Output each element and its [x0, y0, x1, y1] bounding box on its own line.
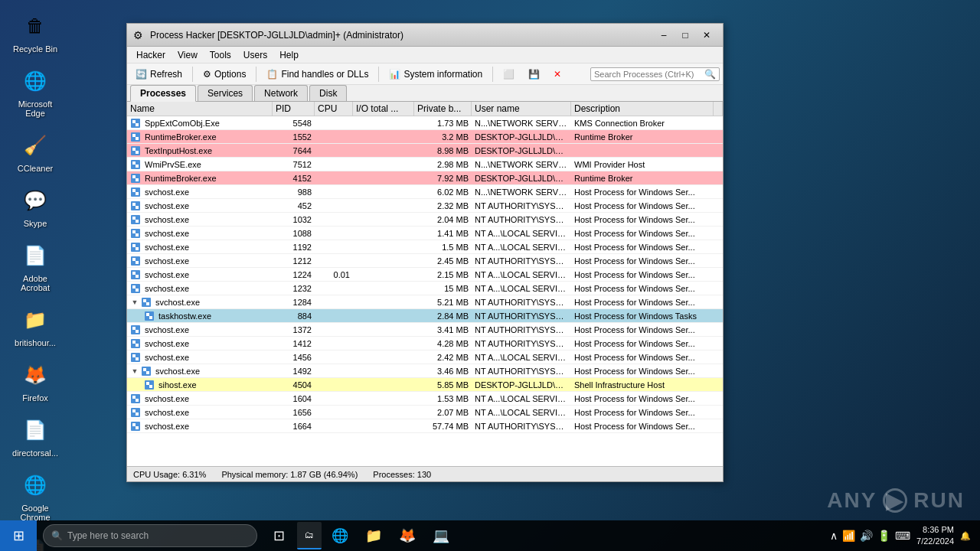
- process-cpu: [315, 191, 353, 193]
- table-row[interactable]: svchost.exe12240.012.15 MBNT A...\LOCAL …: [127, 268, 723, 282]
- list-body[interactable]: SppExtComObj.Exe55481.73 MBN...\NETWORK …: [127, 116, 723, 466]
- col-header-user[interactable]: User name: [472, 102, 571, 116]
- process-private: 2.45 MB: [414, 256, 472, 266]
- table-row[interactable]: RuntimeBroker.exe15523.2 MBDESKTOP-JGLLJ…: [127, 130, 723, 144]
- process-desc: Host Process for Windows Tasks: [571, 311, 723, 321]
- close-button[interactable]: ✕: [697, 27, 717, 44]
- process-user: NT AUTHORITY\SYSTEM: [472, 201, 571, 211]
- taskbar-app-ph[interactable]: 🗂: [297, 522, 322, 549]
- table-row[interactable]: svchost.exe13723.41 MBNT AUTHORITY\SYSTE…: [127, 323, 723, 337]
- process-pid: 4504: [273, 380, 315, 390]
- table-row[interactable]: sihost.exe45045.85 MBDESKTOP-JGLLJLD\adm…: [127, 378, 723, 392]
- table-row[interactable]: ▼svchost.exe14923.46 MBNT AUTHORITY\SYST…: [127, 364, 723, 378]
- restore-button[interactable]: ⬜: [498, 67, 520, 82]
- table-row[interactable]: svchost.exe14562.42 MBNT A...\LOCAL SERV…: [127, 350, 723, 364]
- options-button[interactable]: ⚙ Options: [198, 67, 251, 82]
- search-input[interactable]: [594, 70, 701, 79]
- process-name-cell: svchost.exe: [127, 351, 273, 364]
- taskbar-task-view[interactable]: ⊡: [263, 520, 294, 551]
- maximize-button[interactable]: □: [675, 27, 695, 44]
- tray-keyboard-icon[interactable]: ⌨: [895, 530, 910, 542]
- tab-services[interactable]: Services: [198, 85, 253, 101]
- save-button[interactable]: 💾: [523, 67, 545, 82]
- desktop-icon-edge[interactable]: 🌐 Microsoft Edge: [8, 63, 63, 121]
- menu-tools[interactable]: Tools: [204, 48, 237, 62]
- table-row[interactable]: svchost.exe166457.74 MBNT AUTHORITY\SYST…: [127, 419, 723, 433]
- taskbar-search-input[interactable]: [67, 530, 249, 541]
- process-desc: Host Process for Windows Ser...: [571, 256, 723, 266]
- menu-hacker[interactable]: Hacker: [130, 48, 172, 62]
- taskbar-terminal[interactable]: 💻: [426, 520, 456, 551]
- col-header-private[interactable]: Private b...: [414, 102, 472, 116]
- col-header-pid[interactable]: PID: [273, 102, 315, 116]
- table-row[interactable]: svchost.exe123215 MBNT A...\LOCAL SERVIC…: [127, 282, 723, 295]
- tab-network[interactable]: Network: [254, 85, 308, 101]
- process-cpu: [315, 219, 353, 220]
- taskbar-edge[interactable]: 🌐: [325, 520, 355, 551]
- save-icon: 💾: [528, 69, 540, 80]
- process-io: [353, 191, 414, 193]
- process-icon: [130, 118, 141, 129]
- col-header-io[interactable]: I/O total ...: [353, 102, 414, 116]
- menu-view[interactable]: View: [172, 48, 204, 62]
- taskbar-files[interactable]: 📁: [358, 520, 389, 551]
- col-header-cpu[interactable]: CPU: [315, 102, 353, 116]
- table-row[interactable]: SppExtComObj.Exe55481.73 MBN...\NETWORK …: [127, 116, 723, 130]
- system-info-icon: 📊: [389, 69, 400, 80]
- desktop-icon-recycle-bin[interactable]: 🗑 Recycle Bin: [8, 8, 63, 57]
- desktop-icon-directorsal[interactable]: 📄 directorsal...: [8, 412, 63, 461]
- table-row[interactable]: svchost.exe4522.32 MBNT AUTHORITY\SYSTEM…: [127, 199, 723, 213]
- menu-users[interactable]: Users: [237, 48, 273, 62]
- process-cpu: [315, 315, 353, 317]
- minimize-button[interactable]: –: [654, 27, 674, 44]
- table-row[interactable]: svchost.exe12122.45 MBNT AUTHORITY\SYSTE…: [127, 254, 723, 268]
- desktop-icon-chrome[interactable]: 🌐 Google Chrome: [8, 467, 63, 525]
- table-row[interactable]: taskhostw.exe8842.84 MBNT AUTHORITY\SYST…: [127, 309, 723, 323]
- tab-processes[interactable]: Processes: [130, 85, 196, 102]
- desktop-icon-britishour[interactable]: 📁 britishour...: [8, 302, 63, 350]
- table-row[interactable]: TextInputHost.exe76448.98 MBDESKTOP-JGLL…: [127, 144, 723, 158]
- delete-button[interactable]: ✕: [548, 67, 567, 82]
- start-button[interactable]: ⊞: [0, 520, 37, 551]
- process-desc: Host Process for Windows Ser...: [571, 269, 723, 280]
- notification-button[interactable]: 🔔: [960, 531, 971, 541]
- col-header-desc[interactable]: Description: [571, 102, 714, 116]
- britishour-label: britishour...: [15, 338, 56, 347]
- find-handles-button[interactable]: 📋 Find handles or DLLs: [261, 67, 374, 82]
- clock-date: 7/22/2024: [916, 536, 954, 547]
- tray-battery-icon[interactable]: 🔋: [877, 530, 890, 542]
- tab-disk[interactable]: Disk: [309, 85, 347, 101]
- refresh-button[interactable]: 🔄 Refresh: [130, 67, 188, 82]
- clock[interactable]: 8:36 PM 7/22/2024: [916, 524, 954, 548]
- desktop: 🗑 Recycle Bin 🌐 Microsoft Edge 🧹 CCleane…: [0, 0, 980, 551]
- table-row[interactable]: svchost.exe16041.53 MBNT A...\LOCAL SERV…: [127, 392, 723, 406]
- svg-rect-23: [136, 220, 139, 223]
- tray-volume-icon[interactable]: 🔊: [860, 530, 873, 542]
- system-info-button[interactable]: 📊 System information: [384, 67, 488, 82]
- table-row[interactable]: svchost.exe10322.04 MBNT AUTHORITY\SYSTE…: [127, 213, 723, 227]
- taskbar: ⊞ 🔍 ⊡ 🗂 🌐 📁 🦊 💻 ∧ 📶 🔊 🔋 ⌨ 8:36 P: [0, 520, 980, 551]
- taskbar-firefox[interactable]: 🦊: [392, 520, 423, 551]
- search-box[interactable]: 🔍: [590, 67, 720, 81]
- table-row[interactable]: WmiPrvSE.exe75122.98 MBN...\NETWORK SERV…: [127, 158, 723, 171]
- table-row[interactable]: svchost.exe10881.41 MBNT A...\LOCAL SERV…: [127, 227, 723, 240]
- col-header-name[interactable]: Name: [127, 102, 273, 116]
- desktop-icon-ccleaner[interactable]: 🧹 CCleaner: [8, 127, 63, 176]
- table-row[interactable]: svchost.exe9886.02 MBN...\NETWORK SERVIC…: [127, 185, 723, 199]
- desktop-icon-skype[interactable]: 💬 Skype: [8, 182, 63, 231]
- delete-icon: ✕: [554, 69, 561, 80]
- svg-rect-28: [132, 244, 136, 247]
- tray-network-icon[interactable]: 📶: [842, 530, 855, 542]
- table-row[interactable]: RuntimeBroker.exe41527.92 MBDESKTOP-JGLL…: [127, 171, 723, 185]
- desktop-icon-firefox[interactable]: 🦊 Firefox: [8, 357, 63, 406]
- taskbar-search[interactable]: 🔍: [43, 524, 257, 547]
- tray-up-arrow[interactable]: ∧: [830, 530, 838, 542]
- table-row[interactable]: ▼svchost.exe12845.21 MBNT AUTHORITY\SYST…: [127, 295, 723, 309]
- menu-help[interactable]: Help: [273, 48, 305, 62]
- table-row[interactable]: svchost.exe16562.07 MBNT A...\LOCAL SERV…: [127, 406, 723, 419]
- table-row[interactable]: svchost.exe11921.5 MBNT A...\LOCAL SERVI…: [127, 240, 723, 254]
- process-name: svchost.exe: [145, 353, 189, 362]
- process-cpu: [315, 329, 353, 331]
- desktop-icon-acrobat[interactable]: 📄 Adobe Acrobat: [8, 237, 63, 295]
- table-row[interactable]: svchost.exe14124.28 MBNT AUTHORITY\SYSTE…: [127, 337, 723, 350]
